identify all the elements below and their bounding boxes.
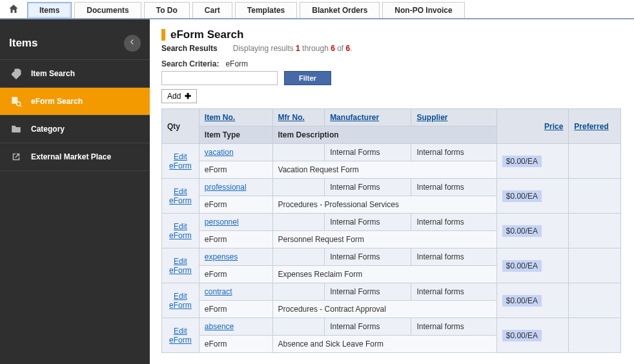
- home-button[interactable]: [4, 2, 23, 17]
- col-preferred[interactable]: Preferred: [574, 122, 608, 131]
- cell-manufacturer: Internal Forms: [325, 144, 411, 161]
- cell-manufacturer: Internal Forms: [325, 214, 411, 231]
- cell-manufacturer: Internal Forms: [325, 179, 411, 196]
- edit-eform-link[interactable]: EditeForm: [167, 327, 194, 345]
- sidebar-item-category[interactable]: Category: [0, 115, 150, 143]
- col-mfr-no[interactable]: Mfr No.: [278, 113, 305, 122]
- search-tag-icon: [9, 66, 23, 81]
- item-no-link[interactable]: absence: [205, 322, 234, 331]
- cell-description: Vacation Request Form: [272, 161, 496, 179]
- main-content: eForm Search Search Results Displaying r…: [150, 19, 634, 364]
- cell-preferred: [569, 283, 621, 318]
- search-criteria-input[interactable]: [161, 71, 278, 85]
- item-no-link[interactable]: professional: [205, 183, 247, 192]
- price-badge[interactable]: $0.00/EA: [502, 156, 542, 167]
- add-button-label: Add: [167, 92, 181, 101]
- col-item-no[interactable]: Item No.: [205, 113, 235, 122]
- cell-item-type: eForm: [199, 231, 272, 248]
- col-item-type: Item Type: [199, 126, 272, 144]
- edit-eform-link[interactable]: EditeForm: [167, 152, 194, 170]
- cell-preferred: [569, 214, 621, 248]
- table-row: EditeFormexpensesInternal FormsInternal …: [162, 248, 621, 266]
- tab-items[interactable]: Items: [27, 2, 72, 18]
- home-icon: [8, 3, 19, 17]
- sidebar: Items Item SearcheForm SearchCategoryExt…: [0, 19, 150, 364]
- svg-point-2: [17, 102, 21, 106]
- price-badge[interactable]: $0.00/EA: [502, 295, 542, 307]
- sidebar-item-external-market-place[interactable]: External Market Place: [0, 143, 150, 171]
- results-table: Qty Item No. Mfr No. Manufacturer Suppli…: [161, 108, 621, 353]
- search-criteria-label: Search Criteria: eForm: [161, 59, 621, 68]
- cell-mfr-no: [272, 283, 325, 301]
- table-row: EditeFormcontractInternal FormsInternal …: [162, 283, 621, 301]
- folder-icon: [9, 122, 23, 136]
- col-qty: Qty: [162, 109, 199, 144]
- col-manufacturer[interactable]: Manufacturer: [330, 113, 379, 122]
- cell-item-type: eForm: [199, 301, 272, 318]
- item-no-link[interactable]: expenses: [205, 252, 238, 261]
- cell-mfr-no: [272, 248, 325, 266]
- sidebar-item-item-search[interactable]: Item Search: [0, 59, 150, 87]
- cell-preferred: [569, 179, 621, 214]
- table-row: EditeFormvacationInternal FormsInternal …: [162, 144, 621, 161]
- search-criteria-value: eForm: [225, 59, 248, 68]
- page-title: eForm Search: [170, 28, 243, 41]
- col-supplier[interactable]: Supplier: [416, 113, 447, 122]
- eform-search-icon: [9, 94, 23, 108]
- cell-description: Personnel Request Form: [272, 231, 496, 248]
- price-badge[interactable]: $0.00/EA: [502, 190, 542, 202]
- item-no-link[interactable]: vacation: [205, 148, 234, 157]
- sidebar-item-eform-search[interactable]: eForm Search: [0, 87, 150, 115]
- table-row: EditeFormabsenceInternal FormsInternal f…: [162, 318, 621, 336]
- sidebar-title: Items: [9, 37, 37, 50]
- col-item-description: Item Description: [272, 126, 496, 144]
- tab-documents[interactable]: Documents: [74, 2, 141, 18]
- sidebar-header: Items: [0, 31, 150, 59]
- sidebar-collapse-button[interactable]: [124, 35, 141, 52]
- item-no-link[interactable]: personnel: [205, 217, 239, 227]
- cell-preferred: [569, 248, 621, 283]
- plus-icon: ✚: [185, 92, 191, 101]
- cell-supplier: Internal forms: [411, 248, 496, 266]
- col-price[interactable]: Price: [544, 122, 563, 131]
- arrow-left-icon: [128, 37, 137, 50]
- cell-mfr-no: [272, 318, 325, 336]
- price-badge[interactable]: $0.00/EA: [502, 260, 542, 272]
- add-button[interactable]: Add ✚: [161, 89, 197, 103]
- sidebar-item-label: eForm Search: [31, 97, 83, 106]
- edit-eform-link[interactable]: EditeForm: [167, 187, 194, 205]
- external-icon: [9, 150, 23, 164]
- cell-description: Expenses Reclaim Form: [272, 266, 496, 283]
- cell-mfr-no: [272, 144, 325, 161]
- cell-item-type: eForm: [199, 266, 272, 283]
- cell-description: Procedures - Professional Services: [272, 196, 496, 214]
- cell-supplier: Internal forms: [411, 179, 496, 196]
- cell-description: Absence and Sick Leave Form: [272, 336, 496, 353]
- title-accent-bar: [161, 29, 165, 41]
- table-row: EditeFormpersonnelInternal FormsInternal…: [162, 214, 621, 231]
- svg-line-3: [20, 105, 21, 106]
- edit-eform-link[interactable]: EditeForm: [167, 222, 194, 240]
- cell-supplier: Internal forms: [411, 214, 496, 231]
- sidebar-item-label: Item Search: [31, 69, 75, 78]
- item-no-link[interactable]: contract: [205, 287, 232, 296]
- edit-eform-link[interactable]: EditeForm: [167, 257, 194, 275]
- tab-cart[interactable]: Cart: [192, 2, 232, 18]
- filter-button[interactable]: Filter: [284, 71, 331, 85]
- tab-templates[interactable]: Templates: [235, 2, 297, 18]
- price-badge[interactable]: $0.00/EA: [502, 330, 542, 341]
- cell-preferred: [569, 318, 621, 353]
- cell-item-type: eForm: [199, 336, 272, 353]
- tab-non-po-invoice[interactable]: Non-PO Invoice: [382, 2, 464, 18]
- results-label: Search Results: [161, 44, 218, 53]
- results-count-text: Displaying results 1 through 6 of 6.: [233, 44, 353, 53]
- tab-blanket-orders[interactable]: Blanket Orders: [300, 2, 380, 18]
- cell-supplier: Internal forms: [411, 283, 496, 301]
- price-badge[interactable]: $0.00/EA: [502, 225, 542, 237]
- tab-to-do[interactable]: To Do: [144, 2, 190, 18]
- table-row: EditeFormprofessionalInternal FormsInter…: [162, 179, 621, 196]
- edit-eform-link[interactable]: EditeForm: [167, 292, 194, 310]
- cell-supplier: Internal forms: [411, 144, 496, 161]
- cell-description: Procedures - Contract Approval: [272, 301, 496, 318]
- cell-item-type: eForm: [199, 196, 272, 214]
